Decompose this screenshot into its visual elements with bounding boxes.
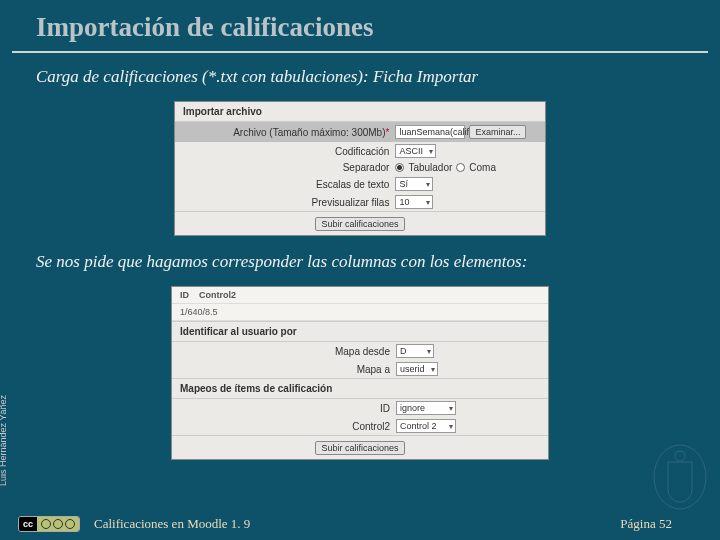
map-to-label: Mapa a	[180, 364, 396, 375]
slide-title: Importación de calificaciones	[12, 0, 708, 53]
radio-tabulador[interactable]	[395, 163, 404, 172]
submit-upload-button-1[interactable]: Subir calificaciones	[315, 217, 404, 231]
textscale-label: Escalas de texto	[183, 179, 395, 190]
svg-point-1	[675, 451, 685, 461]
cc-sa-icon	[65, 519, 75, 529]
radio-tabulador-label: Tabulador	[408, 162, 452, 173]
footer-title: Calificaciones en Moodle 1. 9	[80, 516, 620, 532]
cc-nc-icon	[53, 519, 63, 529]
file-label: Archivo (Tamaño máximo: 300Mb)*	[183, 127, 395, 138]
submit-upload-button-2[interactable]: Subir calificaciones	[315, 441, 404, 455]
map-from-label: Mapa desde	[180, 346, 396, 357]
map-control2-label: Control2	[180, 421, 396, 432]
section-identify-user: Identificar al usuario por	[172, 321, 548, 342]
author-credit: Luis Hernández Yáñez	[0, 395, 8, 486]
file-input[interactable]: luanSemana(calific	[395, 125, 465, 139]
screenshot-import-file: Importar archivo Archivo (Tamaño máximo:…	[174, 101, 546, 236]
separator-label: Separador	[183, 162, 395, 173]
map-from-select[interactable]: D	[396, 344, 434, 358]
preview-header: ID Control2	[172, 287, 548, 304]
preview-label: Previsualizar filas	[183, 197, 395, 208]
map-control2-select[interactable]: Control 2	[396, 419, 456, 433]
cc-logo: cc	[19, 517, 37, 531]
map-id-label: ID	[180, 403, 396, 414]
encoding-select[interactable]: ASCII	[395, 144, 436, 158]
page-number: Página 52	[620, 516, 702, 532]
textscale-select[interactable]: Sí	[395, 177, 433, 191]
radio-coma-label: Coma	[469, 162, 496, 173]
svg-point-0	[654, 445, 706, 509]
preview-data-row: 1/640/8.5	[172, 304, 548, 321]
encoding-label: Codificación	[183, 146, 395, 157]
radio-coma[interactable]	[456, 163, 465, 172]
browse-button[interactable]: Examinar...	[469, 125, 526, 139]
map-id-select[interactable]: ignore	[396, 401, 456, 415]
preview-select[interactable]: 10	[395, 195, 433, 209]
section-intro-1: Carga de calificaciones (*.txt con tabul…	[0, 53, 720, 97]
section-item-mappings: Mapeos de ítems de calificación	[172, 378, 548, 399]
section-intro-2: Se nos pide que hagamos corresponder las…	[0, 246, 720, 282]
map-to-select[interactable]: userid	[396, 362, 438, 376]
cc-by-icon	[41, 519, 51, 529]
slide-footer: cc Calificaciones en Moodle 1. 9 Página …	[0, 508, 720, 540]
screenshot-map-columns: ID Control2 1/640/8.5 Identificar al usu…	[171, 286, 549, 460]
institution-crest	[650, 442, 710, 512]
tab-import-file: Importar archivo	[175, 102, 545, 122]
cc-license-badge: cc	[18, 516, 80, 532]
